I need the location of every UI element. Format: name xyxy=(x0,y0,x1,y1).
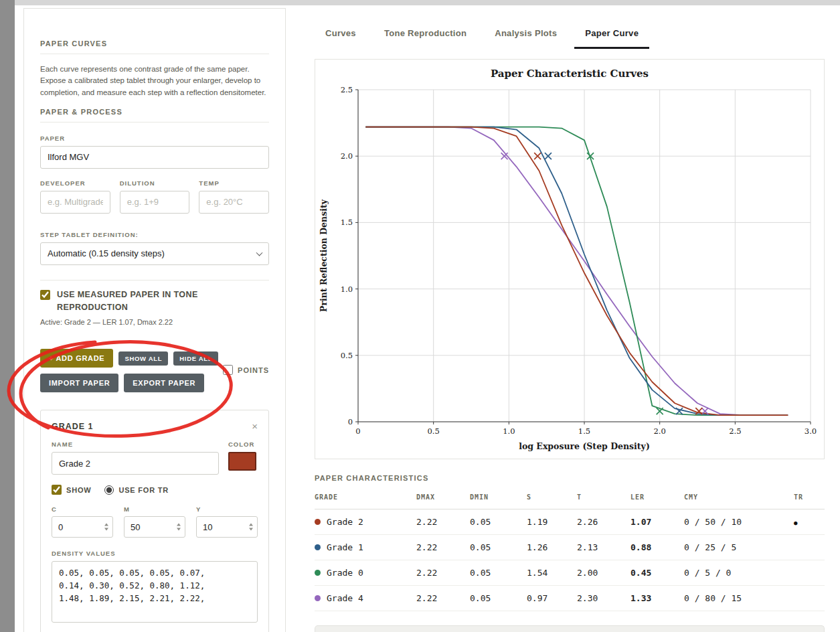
svg-text:2.0: 2.0 xyxy=(654,426,666,436)
import-paper-button[interactable]: IMPORT PAPER xyxy=(40,374,118,392)
grade-color-dot xyxy=(315,570,321,576)
stepper-down-icon[interactable] xyxy=(249,528,253,531)
grade-color-dot xyxy=(315,519,321,525)
step-tablet-select[interactable]: Automatic (0.15 density steps) xyxy=(40,242,269,265)
grade-name-input[interactable] xyxy=(52,452,219,475)
col-ler: LER xyxy=(631,483,684,509)
paper-characteristics-table: GRADE DMAX DMIN S T LER CMY TR Grade 2 2… xyxy=(315,483,825,611)
paper-curve-chart-panel: 00.51.01.52.02.53.000.51.01.52.02.5Paper… xyxy=(315,59,825,459)
s-value: 0.97 xyxy=(527,586,577,611)
svg-text:2.5: 2.5 xyxy=(729,426,741,436)
grade-actions: + ADD GRADE SHOW ALL HIDE ALL IMPORT PAP… xyxy=(40,349,269,392)
divider xyxy=(40,54,269,54)
use-for-tr-label: USE FOR TR xyxy=(118,486,169,494)
dmin-value: 0.05 xyxy=(470,560,527,586)
add-grade-button[interactable]: + ADD GRADE xyxy=(40,349,113,368)
hide-all-button[interactable]: HIDE ALL xyxy=(173,351,218,366)
s-value: 1.54 xyxy=(527,560,577,586)
s-value: 1.26 xyxy=(527,535,577,560)
table-row[interactable]: Grade 1 2.22 0.05 1.26 2.13 0.88 0 / 25 … xyxy=(315,535,825,560)
grade-name: Grade 2 xyxy=(327,517,363,527)
table-row[interactable]: Grade 0 2.22 0.05 1.54 2.00 0.45 0 / 5 /… xyxy=(315,560,825,586)
density-values-textarea[interactable]: 0.05, 0.05, 0.05, 0.05, 0.07, 0.14, 0.30… xyxy=(52,561,258,623)
export-paper-button[interactable]: EXPORT PAPER xyxy=(124,374,204,392)
ler-value: 0.88 xyxy=(631,535,684,560)
tab-bar: Curves Tone Reproduction Analysis Plots … xyxy=(315,20,649,49)
dmin-value: 0.05 xyxy=(470,509,527,535)
m-stepper[interactable] xyxy=(177,524,181,531)
t-value: 2.00 xyxy=(577,560,631,586)
svg-text:1.5: 1.5 xyxy=(578,426,590,436)
cmy-row: C M xyxy=(52,505,258,538)
divider xyxy=(40,280,269,281)
stepper-up-icon[interactable] xyxy=(177,524,181,526)
density-values-label: DENSITY VALUES xyxy=(52,550,258,557)
cmy-value: 0 / 50 / 10 xyxy=(684,509,794,535)
color-label: COLOR xyxy=(228,441,258,448)
dilution-label: DILUTION xyxy=(120,179,190,187)
show-all-button[interactable]: SHOW ALL xyxy=(118,351,168,366)
sidebar: PAPER CURVES Each curve represents one c… xyxy=(23,8,286,632)
c-stepper[interactable] xyxy=(104,524,108,531)
step-tablet-select-wrap: Automatic (0.15 density steps) xyxy=(40,242,269,265)
window-top-edge xyxy=(15,0,840,5)
color-swatch[interactable] xyxy=(228,452,256,471)
tab-paper-curve[interactable]: Paper Curve xyxy=(574,20,649,49)
grade-name: Grade 0 xyxy=(327,568,363,578)
stepper-up-icon[interactable] xyxy=(104,524,108,526)
show-checkbox[interactable] xyxy=(52,485,62,495)
y-label: Y xyxy=(196,505,258,513)
col-dmax: DMAX xyxy=(416,483,470,509)
close-icon[interactable]: × xyxy=(252,421,258,431)
ler-value: 1.33 xyxy=(631,586,684,611)
svg-text:0: 0 xyxy=(348,417,353,426)
tab-analysis-plots[interactable]: Analysis Plots xyxy=(484,20,568,49)
paper-input[interactable] xyxy=(40,146,269,169)
s-value: 1.19 xyxy=(527,509,577,535)
grade-color-dot xyxy=(315,595,321,601)
t-value: 2.30 xyxy=(577,586,631,611)
svg-text:0.5: 0.5 xyxy=(341,351,353,360)
svg-text:Print Reflection Density: Print Reflection Density xyxy=(319,199,329,312)
use-measured-label: USE MEASURED PAPER IN TONE REPRODUCTION xyxy=(57,289,269,314)
name-color-row: NAME COLOR xyxy=(52,441,258,475)
grade-name: Grade 1 xyxy=(327,542,363,552)
cmy-value: 0 / 25 / 5 xyxy=(684,535,794,560)
sidebar-title: PAPER CURVES xyxy=(40,40,269,48)
svg-text:Paper Characteristic Curves: Paper Characteristic Curves xyxy=(491,68,649,80)
temp-input[interactable] xyxy=(199,191,269,214)
sidebar-description: Each curve represents one contrast grade… xyxy=(40,64,269,98)
stepper-down-icon[interactable] xyxy=(104,528,108,531)
dmin-value: 0.05 xyxy=(470,586,527,611)
use-for-tr-radio[interactable] xyxy=(104,485,114,495)
col-t: T xyxy=(577,483,631,509)
dmax-value: 2.22 xyxy=(416,586,470,611)
name-label: NAME xyxy=(52,441,219,448)
grade-card: GRADE 1 × NAME COLOR SHOW xyxy=(40,410,269,632)
svg-text:log Exposure (Step Density): log Exposure (Step Density) xyxy=(519,441,650,451)
developer-input[interactable] xyxy=(40,191,110,214)
svg-text:2.5: 2.5 xyxy=(341,85,353,94)
stepper-up-icon[interactable] xyxy=(249,524,253,526)
y-stepper[interactable] xyxy=(249,524,253,531)
table-header-row: GRADE DMAX DMIN S T LER CMY TR xyxy=(315,483,825,509)
svg-text:2.0: 2.0 xyxy=(341,151,353,161)
points-checkbox[interactable] xyxy=(223,365,233,375)
cmy-value: 0 / 80 / 15 xyxy=(684,586,794,611)
svg-text:3.0: 3.0 xyxy=(805,426,817,436)
ler-value: 0.45 xyxy=(631,560,684,586)
grade-color-dot xyxy=(315,544,321,550)
step-tablet-label: STEP TABLET DEFINITION: xyxy=(40,231,269,238)
paper-characteristics-title: PAPER CHARACTERISTICS xyxy=(315,470,825,482)
table-row[interactable]: Grade 4 2.22 0.05 0.97 2.30 1.33 0 / 80 … xyxy=(315,586,825,611)
stepper-down-icon[interactable] xyxy=(177,528,181,531)
use-measured-checkbox[interactable] xyxy=(40,290,50,300)
cmy-value: 0 / 5 / 0 xyxy=(684,560,794,586)
tab-tone-reproduction[interactable]: Tone Reproduction xyxy=(373,20,477,49)
svg-text:1.0: 1.0 xyxy=(503,426,515,436)
dilution-input[interactable] xyxy=(120,191,190,214)
tab-curves[interactable]: Curves xyxy=(315,20,367,49)
table-row[interactable]: Grade 2 2.22 0.05 1.19 2.26 1.07 0 / 50 … xyxy=(315,509,825,535)
t-value: 2.13 xyxy=(577,535,631,560)
svg-text:0: 0 xyxy=(355,426,360,436)
